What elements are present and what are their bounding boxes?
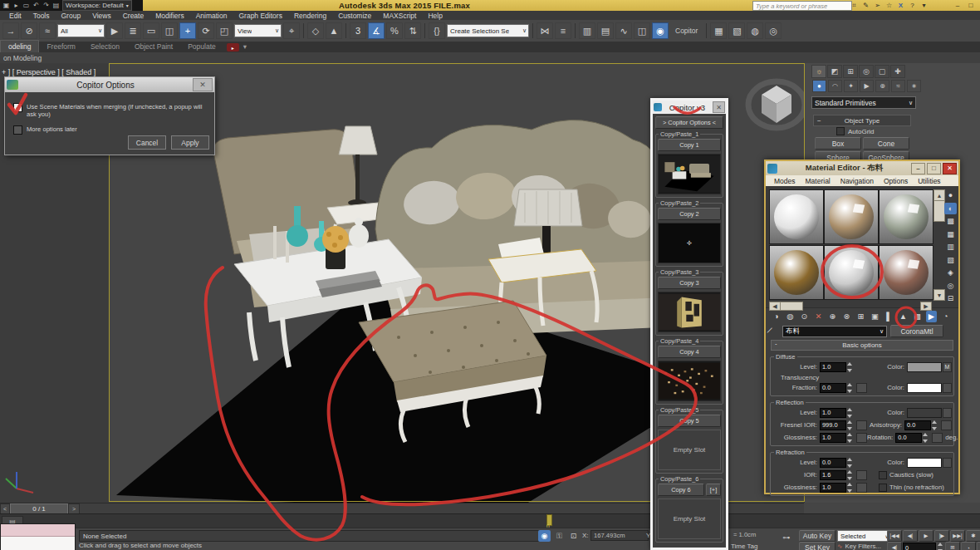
me-menu-options[interactable]: Options [879,177,913,185]
spinner-field[interactable]: 999.0 [820,420,846,430]
percent-snap-icon[interactable]: % [386,22,403,39]
reset-map-icon[interactable]: ✕ [813,311,824,322]
go-forward-to-sibling-icon[interactable]: ▶ [926,311,937,322]
mirror-icon[interactable]: ⋈ [537,22,553,39]
close-icon[interactable]: ✕ [943,163,957,174]
sample-type-icon[interactable]: ● [944,189,957,201]
spinner-field[interactable]: 0.0 [820,458,846,468]
menu-customize[interactable]: Customize [332,11,377,20]
favorites-star-icon[interactable]: ☆ [884,1,894,10]
curve-editor-icon[interactable]: ∿ [615,22,632,39]
frame-spinner-arrows[interactable] [938,543,944,550]
project-folder-icon[interactable]: ▤ [51,1,61,10]
angle-snap-icon[interactable]: ∡ [368,22,385,39]
menu-maxscript[interactable]: MAXScript [377,11,422,20]
material-editor-icon[interactable]: ◉ [652,22,669,39]
hierarchy-tab-icon[interactable]: ⊞ [843,65,858,78]
menu-animation[interactable]: Animation [190,11,233,20]
spinner-field[interactable]: 0.0 [820,383,846,393]
spinner-arrows[interactable] [847,470,854,480]
orbit-icon[interactable]: ◔ [961,542,976,550]
material-sample-slot-4[interactable] [769,245,824,300]
background-icon[interactable]: ▩ [944,215,957,227]
ribbon-tab-populate[interactable]: Populate [180,41,223,52]
infocenter-menu-icon[interactable]: ▾ [919,1,929,10]
backlight-icon[interactable]: ◐ [944,203,957,214]
copy-button-4[interactable]: Copy 4 [658,346,721,358]
h-scrollbar-right-arrow[interactable]: ▶ [920,302,932,311]
spinner-arrows[interactable] [847,383,854,393]
map-button[interactable] [856,383,867,393]
copitor-options-button[interactable]: > Copitor Options < [655,116,723,129]
spinner-field[interactable]: 1.0 [820,483,846,493]
ribbon-tab-odeling[interactable]: odeling [0,40,39,52]
cancel-button[interactable]: Cancel [128,135,166,150]
ribbon-overflow-icon[interactable]: ▾ [241,41,249,52]
ribbon-tab-object-paint[interactable]: Object Paint [127,41,180,52]
set-key-button[interactable]: Set Key [799,542,835,550]
create-tab-icon[interactable]: ☼ [811,65,826,78]
dialog-title-bar[interactable]: Copitor Options ✕ [5,77,214,92]
wrench-icon[interactable]: ✎ [860,1,871,10]
slot-thumbnail-5[interactable]: Empty Slot [658,430,721,470]
menu-edit[interactable]: Edit [3,11,27,20]
listener-script-row[interactable] [1,537,75,550]
copitor-button[interactable]: Copitor [670,24,703,37]
me-menu-utilities[interactable]: Utilities [913,177,945,185]
selection-filter-dropdown[interactable]: All∨ [57,24,105,37]
copy-button-5[interactable]: Copy 5 [658,415,721,427]
copitor-panel-title-bar[interactable]: Copitor v3 ✕ [653,101,726,114]
material-name-dropdown[interactable]: 布料 ∨ [782,326,887,337]
menu-group[interactable]: Group [56,11,87,20]
material-sample-slot-1[interactable] [769,189,824,244]
previous-frame-button[interactable]: ◀| [887,542,902,550]
redo-icon[interactable]: ↷ [42,1,51,10]
create-box-button[interactable]: Box [815,137,861,150]
select-object-icon[interactable]: ▶ [106,22,123,39]
named-selection-sets-icon[interactable]: {} [429,22,445,39]
ribbon-tab-freeform[interactable]: Freeform [39,41,82,52]
get-material-icon[interactable]: ◑ [771,311,782,322]
key-filters-button[interactable]: ∿ Key Filters... [837,543,881,550]
spinner-field[interactable]: 1.0 [820,362,846,372]
slot-thumbnail-4[interactable] [658,361,721,401]
graphite-ribbon-icon[interactable]: ▤ [597,22,614,39]
select-and-rotate-icon[interactable]: ⟳ [198,22,214,39]
color-swatch[interactable] [907,362,942,372]
pick-material-eyedropper-icon[interactable]: ∕ [768,326,780,336]
next-key-button[interactable]: |▶ [934,530,949,542]
motion-tab-icon[interactable]: ◎ [859,65,874,78]
maxscript-mini-listener[interactable] [0,523,76,550]
menu-help[interactable]: Help [422,11,448,20]
spinner-field[interactable]: 1.6 [820,470,846,480]
map-button[interactable] [932,433,943,443]
layer-manager-icon[interactable]: ▥ [579,22,595,39]
ribbon-tab-selection[interactable]: Selection [83,41,127,52]
spinner-field[interactable]: 0.0 [904,420,931,430]
color-swatch[interactable] [907,408,942,418]
close-icon[interactable]: ✕ [193,78,213,91]
select-by-material-icon[interactable]: ◎ [944,280,957,292]
material-sample-slot-6[interactable] [879,245,933,300]
absolute-mode-toggle[interactable]: ⊡ [567,530,580,542]
current-frame-field[interactable]: 0 [903,543,936,550]
checkbox[interactable] [879,484,887,492]
checked-checkbox[interactable]: ✓ [13,103,22,112]
named-selection-dropdown[interactable]: Create Selection Se∨ [447,24,529,37]
window-crossing-icon[interactable]: ◫ [161,22,178,39]
make-unique-icon[interactable]: ⊗ [841,311,852,322]
previous-key-button[interactable]: ◀| [903,530,918,542]
options-icon[interactable]: ◈ [944,267,957,278]
pick-material-from-object-icon[interactable]: ◔ [940,311,951,322]
spinner-arrows[interactable] [847,420,854,430]
use-scene-materials-option[interactable]: ✓ Use Scene Materials when merging (if u… [5,103,214,118]
menu-views[interactable]: Views [86,11,117,20]
undo-icon[interactable]: ↶ [32,1,41,10]
schematic-view-icon[interactable]: ◫ [634,22,650,39]
sample-uv-tiling-icon[interactable]: ▦ [944,228,957,240]
me-menu-modes[interactable]: Modes [769,177,801,185]
spacewarps-category-icon[interactable]: ≈ [891,80,905,92]
workspace-dropdown[interactable]: Workspace: Default ▾ [62,0,132,11]
go-to-start-button[interactable]: |◀◀ [887,530,902,542]
shapes-category-icon[interactable]: ◠ [828,80,842,92]
